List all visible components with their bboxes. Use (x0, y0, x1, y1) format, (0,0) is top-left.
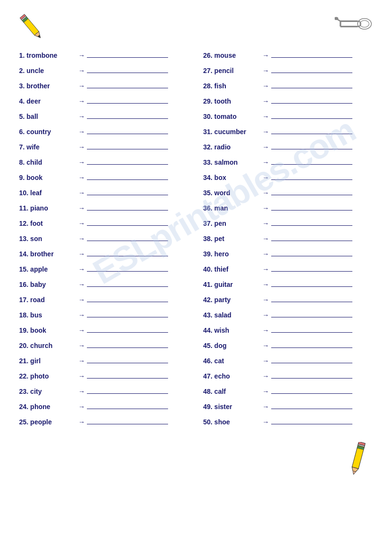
answer-line[interactable] (271, 241, 352, 241)
answer-line[interactable] (271, 271, 352, 272)
item-label: 27. pencil (203, 67, 261, 74)
arrow-icon: → (78, 113, 85, 120)
answer-line[interactable] (87, 195, 168, 195)
answer-line[interactable] (87, 179, 168, 180)
answer-line[interactable] (271, 73, 352, 73)
list-item: 35. word → (203, 189, 373, 203)
arrow-icon: → (78, 128, 85, 136)
answer-line[interactable] (271, 363, 352, 363)
item-label: 8. child (19, 158, 76, 166)
arrow-icon: → (78, 296, 85, 304)
list-item: 1. trombone → (19, 52, 189, 66)
item-label: 44. wish (203, 326, 261, 334)
list-item: 23. city → (19, 388, 189, 402)
answer-line[interactable] (271, 302, 352, 302)
answer-line[interactable] (271, 256, 352, 256)
answer-line[interactable] (87, 134, 168, 134)
item-label: 30. tomato (203, 113, 261, 120)
item-label: 49. sister (203, 403, 261, 411)
answer-line[interactable] (87, 424, 168, 424)
answer-line[interactable] (87, 409, 168, 409)
answer-line[interactable] (271, 424, 352, 424)
answer-line[interactable] (271, 347, 352, 348)
answer-line[interactable] (271, 57, 352, 58)
item-label: 34. box (203, 174, 261, 181)
answer-line[interactable] (87, 286, 168, 287)
answer-line[interactable] (271, 378, 352, 379)
item-label: 1. trombone (19, 52, 76, 59)
list-item: 29. tooth → (203, 97, 373, 112)
arrow-icon: → (263, 82, 269, 90)
answer-line[interactable] (271, 118, 352, 119)
answer-line[interactable] (87, 393, 168, 394)
svg-point-8 (360, 21, 369, 27)
answer-line[interactable] (271, 149, 352, 149)
arrow-icon: → (78, 52, 85, 59)
answer-line[interactable] (271, 179, 352, 180)
arrow-icon: → (78, 372, 85, 380)
left-column: 1. trombone →2. uncle →3. brother →4. de… (19, 52, 189, 432)
item-label: 38. pet (203, 235, 261, 242)
arrow-icon: → (263, 418, 269, 426)
answer-line[interactable] (87, 118, 168, 119)
arrow-icon: → (78, 418, 85, 426)
answer-line[interactable] (271, 317, 352, 317)
answer-line[interactable] (87, 164, 168, 165)
answer-line[interactable] (87, 103, 168, 104)
answer-line[interactable] (87, 57, 168, 58)
answer-line[interactable] (87, 378, 168, 379)
list-item: 6. country → (19, 128, 189, 142)
arrow-icon: → (263, 281, 269, 288)
list-item: 27. pencil → (203, 67, 373, 81)
arrow-icon: → (263, 174, 269, 181)
answer-line[interactable] (87, 241, 168, 241)
list-item: 38. pet → (203, 235, 373, 249)
item-label: 37. pen (203, 220, 261, 227)
answer-line[interactable] (87, 210, 168, 211)
answer-line[interactable] (271, 409, 352, 409)
list-item: 4. deer → (19, 97, 189, 112)
answer-line[interactable] (271, 225, 352, 226)
answer-line[interactable] (87, 317, 168, 317)
item-label: 43. salad (203, 311, 261, 319)
list-item: 18. bus → (19, 311, 189, 326)
item-label: 19. book (19, 326, 76, 334)
answer-line[interactable] (271, 88, 352, 88)
answer-line[interactable] (271, 195, 352, 195)
right-column: 26. mouse →27. pencil →28. fish →29. too… (203, 52, 373, 432)
answer-line[interactable] (271, 393, 352, 394)
list-item: 9. book → (19, 174, 189, 188)
item-label: 17. road (19, 296, 76, 304)
list-item: 37. pen → (203, 220, 373, 234)
item-label: 3. brother (19, 82, 76, 90)
arrow-icon: → (78, 403, 85, 411)
answer-line[interactable] (87, 271, 168, 272)
answer-line[interactable] (87, 332, 168, 333)
answer-line[interactable] (271, 210, 352, 211)
arrow-icon: → (78, 82, 85, 90)
list-item: 10. leaf → (19, 189, 189, 203)
item-label: 13. son (19, 235, 76, 242)
list-item: 32. radio → (203, 143, 373, 158)
answer-line[interactable] (87, 363, 168, 363)
answer-line[interactable] (271, 164, 352, 165)
list-item: 42. party → (203, 296, 373, 310)
answer-line[interactable] (271, 103, 352, 104)
answer-line[interactable] (87, 88, 168, 88)
answer-line[interactable] (271, 134, 352, 134)
arrow-icon: → (263, 204, 269, 212)
answer-line[interactable] (271, 332, 352, 333)
item-label: 48. calf (203, 388, 261, 395)
arrow-icon: → (78, 342, 85, 349)
answer-line[interactable] (87, 73, 168, 73)
answer-line[interactable] (87, 149, 168, 149)
answer-line[interactable] (87, 256, 168, 256)
item-label: 28. fish (203, 82, 261, 90)
item-label: 20. church (19, 342, 76, 349)
answer-line[interactable] (87, 225, 168, 226)
item-label: 6. country (19, 128, 76, 136)
answer-line[interactable] (87, 302, 168, 302)
answer-line[interactable] (87, 347, 168, 348)
list-item: 5. ball → (19, 113, 189, 127)
answer-line[interactable] (271, 286, 352, 287)
